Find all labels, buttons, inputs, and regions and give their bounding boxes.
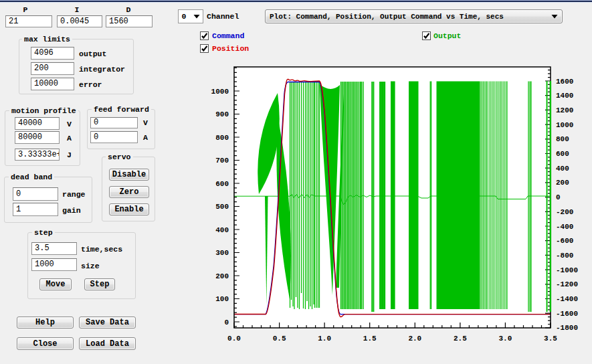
svg-text:200: 200 — [215, 272, 229, 280]
svg-text:2.5: 2.5 — [454, 335, 467, 343]
svg-text:0: 0 — [556, 193, 561, 201]
svg-text:400: 400 — [215, 226, 229, 234]
svg-text:-800: -800 — [556, 252, 573, 260]
svg-text:-1200: -1200 — [556, 280, 578, 288]
svg-text:0.5: 0.5 — [273, 335, 286, 343]
svg-text:600: 600 — [556, 150, 569, 158]
svg-text:100: 100 — [215, 295, 229, 303]
svg-text:-1000: -1000 — [556, 266, 578, 274]
svg-text:2.0: 2.0 — [408, 335, 421, 343]
svg-text:800: 800 — [556, 135, 569, 143]
svg-text:600: 600 — [215, 180, 229, 188]
svg-text:700: 700 — [215, 157, 229, 165]
svg-text:500: 500 — [215, 203, 229, 211]
svg-text:-1600: -1600 — [556, 310, 578, 318]
svg-text:300: 300 — [215, 249, 229, 257]
svg-text:0: 0 — [224, 318, 229, 327]
svg-text:1000: 1000 — [211, 88, 229, 96]
svg-text:-200: -200 — [556, 208, 573, 216]
svg-text:3.5: 3.5 — [544, 335, 557, 343]
svg-text:-600: -600 — [556, 237, 573, 245]
svg-text:-1400: -1400 — [556, 295, 578, 303]
svg-text:1.0: 1.0 — [318, 335, 331, 343]
svg-text:1200: 1200 — [556, 106, 573, 114]
svg-text:200: 200 — [556, 179, 569, 187]
svg-text:1.5: 1.5 — [363, 335, 377, 343]
svg-text:1000: 1000 — [556, 121, 573, 129]
svg-text:900: 900 — [215, 110, 229, 118]
svg-text:1400: 1400 — [556, 92, 573, 100]
svg-text:400: 400 — [556, 165, 569, 173]
svg-text:-1800: -1800 — [556, 324, 578, 332]
svg-text:0.0: 0.0 — [227, 335, 241, 343]
svg-text:-400: -400 — [556, 223, 573, 231]
svg-text:3.0: 3.0 — [498, 335, 512, 343]
svg-text:1600: 1600 — [556, 78, 573, 86]
svg-text:800: 800 — [215, 134, 229, 142]
